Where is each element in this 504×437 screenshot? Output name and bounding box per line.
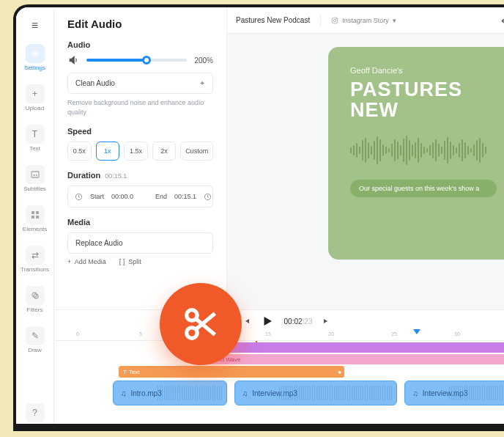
timeline-ruler[interactable]: 05101520253035: [54, 329, 504, 341]
svg-rect-5: [32, 211, 34, 214]
clean-audio-card[interactable]: Clean Audio ✦: [67, 73, 213, 94]
speed-0-5x[interactable]: 0.5x: [67, 142, 92, 161]
next-button[interactable]: [322, 317, 331, 326]
menu-icon[interactable]: ≡: [32, 19, 38, 32]
dot-icon: ●: [338, 369, 341, 375]
replace-audio-card[interactable]: Replace Audio: [67, 232, 213, 254]
svg-point-1: [34, 53, 35, 54]
svg-point-17: [187, 328, 197, 339]
timecode: 00:02:23: [284, 317, 313, 326]
split-button[interactable]: [ ] Split: [119, 258, 141, 265]
topbar: Pastures New Podcast Instagram Story ▾ ↩: [227, 7, 504, 34]
cut-tool-badge[interactable]: [160, 283, 242, 365]
sidebar-item-text[interactable]: T Text: [16, 123, 53, 153]
playhead[interactable]: [413, 329, 420, 334]
filters-icon: [26, 286, 45, 305]
duration-row: Start 00:00.0 End 00:15.1: [67, 186, 213, 208]
podcast-waveform: [350, 134, 497, 166]
text-icon: T: [123, 369, 127, 375]
volume-slider[interactable]: [86, 59, 187, 62]
audio-clip-intro[interactable]: ♫ Intro.mp3: [113, 381, 227, 405]
podcast-guest-banner: Our special guests on this week's show a: [350, 180, 497, 197]
instagram-icon: [331, 17, 338, 24]
draw-icon: ✎: [26, 326, 45, 345]
clean-audio-hint: Remove background noise and enhance audi…: [67, 98, 213, 117]
transitions-icon: ⇄: [26, 246, 45, 265]
text-track[interactable]: TText ●: [119, 366, 344, 378]
volume-icon[interactable]: [67, 55, 79, 65]
volume-value: 200%: [194, 56, 213, 65]
play-button[interactable]: [261, 315, 274, 328]
svg-rect-7: [32, 216, 34, 218]
timeline-tracks: ▭Subtitle 〰Sound Wave TText ● ♫ Intro.mp…: [54, 341, 504, 344]
format-selector[interactable]: Instagram Story ▾: [331, 17, 396, 24]
sidebar-item-transitions[interactable]: ⇄ Transitions: [16, 244, 53, 274]
duration-label: Duration: [67, 171, 100, 180]
clock-icon: [204, 193, 212, 201]
start-value[interactable]: 00:00.0: [111, 193, 133, 200]
svg-point-15: [336, 18, 337, 19]
soundwave-track[interactable]: 〰Sound Wave: [195, 354, 504, 364]
back-button[interactable]: ↩: [501, 15, 504, 26]
svg-point-14: [334, 19, 336, 21]
svg-rect-2: [32, 172, 39, 177]
audio-section-label: Audio: [67, 40, 213, 49]
svg-rect-6: [36, 211, 39, 214]
svg-rect-8: [36, 216, 39, 218]
speed-2x[interactable]: 2x: [152, 142, 177, 161]
speed-1-5x[interactable]: 1.5x: [124, 142, 148, 161]
end-value[interactable]: 00:15.1: [174, 193, 196, 200]
prev-button[interactable]: [242, 317, 251, 326]
media-section-label: Media: [67, 218, 213, 227]
duration-value: 00:15.1: [105, 172, 127, 180]
music-icon: ♫: [242, 389, 248, 397]
scissors-icon: [179, 303, 222, 345]
speed-1x[interactable]: 1x: [96, 142, 120, 161]
podcast-card: Geoff Dancie's PASTURESNEW Our special g…: [328, 47, 504, 260]
sidebar-item-help[interactable]: ?: [16, 402, 53, 424]
sidebar-item-draw[interactable]: ✎ Draw: [16, 325, 53, 355]
sidebar-item-upload[interactable]: + Upload: [16, 83, 53, 113]
speed-section-label: Speed: [67, 127, 213, 136]
project-title: Pastures New Podcast: [236, 16, 310, 24]
music-icon: ♫: [412, 389, 418, 397]
audio-clip-interview-2[interactable]: ♫ Interview.mp3: [404, 381, 504, 405]
speed-custom[interactable]: Custom: [180, 142, 213, 161]
panel-title: Edit Audio: [67, 18, 213, 30]
sparkle-icon: ✦: [199, 79, 205, 87]
chevron-down-icon: ▾: [393, 17, 396, 24]
subtitles-icon: [26, 165, 45, 184]
sidebar-item-filters[interactable]: Filters: [16, 284, 53, 315]
audio-clip-interview-1[interactable]: ♫ Interview.mp3: [234, 381, 398, 405]
clock-icon: [75, 193, 83, 201]
settings-icon: [26, 44, 45, 63]
upload-icon: +: [26, 84, 45, 103]
timeline: 00:02:23 05101520253035 ▭Subtitle 〰Sound…: [54, 309, 504, 424]
podcast-author: Geoff Dancie's: [350, 66, 497, 75]
svg-point-16: [187, 310, 197, 321]
podcast-title: PASTURESNEW: [350, 79, 497, 121]
text-icon: T: [26, 125, 45, 144]
music-icon: ♫: [121, 389, 127, 397]
add-media-button[interactable]: + Add Media: [67, 258, 106, 265]
sidebar-item-settings[interactable]: Settings: [16, 43, 53, 73]
elements-icon: [26, 205, 45, 224]
help-icon: ?: [26, 403, 45, 422]
sidebar-item-elements[interactable]: Elements: [16, 204, 53, 234]
left-tool-rail: ≡ Settings + Upload T Text Subtitles Ele…: [16, 7, 54, 424]
sidebar-item-subtitles[interactable]: Subtitles: [16, 164, 53, 194]
